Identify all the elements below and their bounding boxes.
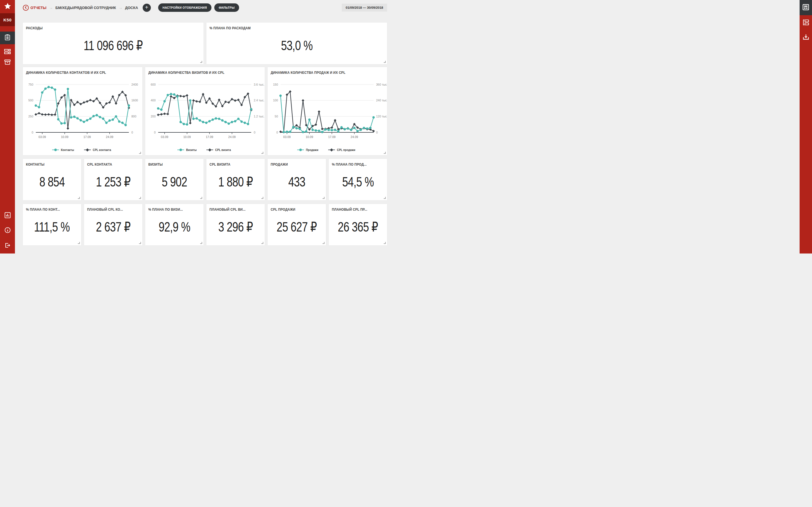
sidebar-item-info[interactable] <box>0 224 15 237</box>
topbar: ОТЧЕТЫ → БМ/ХЕДЫ/РЯДОВОЙ СОТРУДНИК → ДОС… <box>23 0 387 15</box>
card-value: 5 902 <box>145 174 204 189</box>
sales-cpl-chart[interactable]: 0501001500120 тыс.240 тыс.360 тыс.03.091… <box>267 80 387 145</box>
resize-handle[interactable] <box>261 242 263 244</box>
resize-handle[interactable] <box>200 61 202 63</box>
chart-card-contacts: ДИНАМИКА КОЛИЧЕСТВА КОНТАКТОВ И ИХ CPL 0… <box>23 67 142 155</box>
diamond-marker-icon <box>328 149 335 151</box>
svg-text:24.09: 24.09 <box>229 135 236 138</box>
sidebar-item-archive[interactable] <box>0 56 15 69</box>
svg-text:3.6 тыс.: 3.6 тыс. <box>254 83 264 86</box>
resize-handle[interactable] <box>139 152 141 154</box>
resize-handle[interactable] <box>200 197 202 199</box>
svg-text:150: 150 <box>273 83 278 86</box>
svg-text:250: 250 <box>28 115 33 118</box>
card-value: 3 296 ₽ <box>206 219 265 235</box>
card-value: 25 627 ₽ <box>267 219 326 235</box>
svg-text:1600: 1600 <box>132 99 138 102</box>
filters-button[interactable]: ФИЛЬТРЫ <box>214 3 239 12</box>
svg-text:1.2 тыс.: 1.2 тыс. <box>254 115 264 118</box>
add-widget-button[interactable]: + <box>143 4 151 12</box>
display-settings-button[interactable]: НАСТРОЙКИ ОТОБРАЖЕНИЯ <box>158 3 211 12</box>
chart-legend: Продажи CPL продажи <box>267 148 387 152</box>
breadcrumb-reports[interactable]: ОТЧЕТЫ <box>31 6 47 10</box>
contacts-cpl-chart[interactable]: 025050075008001600240003.0910.0917.0924.… <box>23 80 142 145</box>
svg-text:24.09: 24.09 <box>351 135 358 138</box>
svg-text:10.09: 10.09 <box>61 135 68 138</box>
breadcrumb-back-button[interactable] <box>23 5 29 11</box>
card-title: CPL ПРОДАЖИ <box>271 207 300 212</box>
circle-marker-icon <box>177 149 184 151</box>
card-title: % ПЛАНА ПО РАСХОДАМ <box>209 26 258 30</box>
legend-item[interactable]: CPL продажи <box>328 148 357 152</box>
kpi-card-visits: ВИЗИТЫ 5 902 <box>145 159 204 200</box>
card-title: ПРОДАЖИ <box>271 162 291 166</box>
legend-item[interactable]: CPL визита <box>206 148 233 152</box>
svg-text:2.4 тыс.: 2.4 тыс. <box>254 99 264 102</box>
resize-handle[interactable] <box>78 197 80 199</box>
legend-item[interactable]: Продажи <box>297 148 320 152</box>
resize-handle[interactable] <box>261 197 263 199</box>
kpi-card-contacts: КОНТАКТЫ 8 854 <box>23 159 81 200</box>
card-title: % ПЛАНА ПО ВИЗИ... <box>148 207 189 212</box>
legend-item[interactable]: CPL контакта <box>84 148 113 152</box>
svg-text:03.09: 03.09 <box>39 135 46 138</box>
svg-text:10.09: 10.09 <box>183 135 191 138</box>
resize-handle[interactable] <box>139 242 141 244</box>
kpi-card-visits-plan-percent: % ПЛАНА ПО ВИЗИ... 92,9 % <box>145 204 204 245</box>
kpi-card-contacts-plan-percent: % ПЛАНА ПО КОНТ... 111,5 % <box>23 204 81 245</box>
resize-handle[interactable] <box>322 197 324 199</box>
card-title: % ПЛАНА ПО ПРОД... <box>332 162 373 166</box>
sidebar-item-statistics[interactable] <box>0 209 15 222</box>
card-title: CPL ВИЗИТА <box>209 162 234 166</box>
svg-text:800: 800 <box>132 115 137 118</box>
card-value: 92,9 % <box>145 219 204 234</box>
svg-text:200: 200 <box>151 115 156 118</box>
chart-title: ДИНАМИКА КОЛИЧЕСТВА КОНТАКТОВ И ИХ CPL <box>26 70 120 75</box>
svg-text:750: 750 <box>28 83 33 86</box>
legend-item[interactable]: Контакты <box>52 148 75 152</box>
resize-handle[interactable] <box>200 242 202 244</box>
kpi-card-sales-plan-percent: % ПЛАНА ПО ПРОД... 54,5 % <box>329 159 387 200</box>
card-title: ПЛАНОВЫЙ CPL КО... <box>87 207 130 212</box>
kpi-card-planned-cpl-visit: ПЛАНОВЫЙ CPL ВИ... 3 296 ₽ <box>206 204 265 245</box>
app-logo[interactable] <box>0 0 15 13</box>
resize-handle[interactable] <box>384 61 386 63</box>
svg-text:50: 50 <box>274 115 278 118</box>
date-range-picker[interactable]: 01/09/2018 — 30/09/2018 <box>342 4 387 11</box>
svg-text:0: 0 <box>154 131 156 134</box>
card-value: 11 096 696 ₽ <box>23 38 204 53</box>
resize-handle[interactable] <box>78 242 80 244</box>
card-title: ПЛАНОВЫЙ CPL ПР... <box>332 207 373 212</box>
kpi-card-cpl-sale: CPL ПРОДАЖИ 25 627 ₽ <box>267 204 326 245</box>
star-icon <box>4 3 11 11</box>
legend-item[interactable]: Визиты <box>177 148 198 152</box>
resize-handle[interactable] <box>139 197 141 199</box>
card-title: CPL КОНТАКТА <box>87 162 116 166</box>
svg-text:500: 500 <box>28 99 33 102</box>
visits-cpl-chart[interactable]: 020040060001.2 тыс.2.4 тыс.3.6 тыс.03.09… <box>145 80 265 145</box>
kpi-card-expenses-plan-percent: % ПЛАНА ПО РАСХОДАМ 53,0 % <box>206 22 387 64</box>
card-value: 54,5 % <box>329 174 387 189</box>
card-value: 53,0 % <box>206 38 387 53</box>
left-sidebar: K50 <box>0 0 15 253</box>
card-value: 8 854 <box>23 174 81 189</box>
resize-handle[interactable] <box>322 242 324 244</box>
resize-handle[interactable] <box>384 152 386 154</box>
sidebar-item-logout[interactable] <box>0 239 15 252</box>
sidebar-item-reports[interactable] <box>0 32 15 44</box>
resize-handle[interactable] <box>384 242 386 244</box>
svg-text:17.09: 17.09 <box>328 135 336 138</box>
table-rows-icon <box>4 49 11 55</box>
bar-chart-icon <box>4 212 11 219</box>
circle-marker-icon <box>297 149 304 151</box>
svg-text:400: 400 <box>151 99 156 102</box>
kpi-card-sales: ПРОДАЖИ 433 <box>267 159 326 200</box>
resize-handle[interactable] <box>384 197 386 199</box>
resize-handle[interactable] <box>261 152 263 154</box>
chart-card-sales: ДИНАМИКА КОЛИЧЕСТВА ПРОДАЖ И ИХ CPL 0501… <box>267 67 387 155</box>
info-icon <box>4 227 11 234</box>
svg-text:24.09: 24.09 <box>106 135 113 138</box>
svg-text:0: 0 <box>376 131 378 134</box>
diamond-marker-icon <box>84 149 91 151</box>
breadcrumb-folder[interactable]: БМ/ХЕДЫ/РЯДОВОЙ СОТРУДНИК <box>56 6 116 10</box>
